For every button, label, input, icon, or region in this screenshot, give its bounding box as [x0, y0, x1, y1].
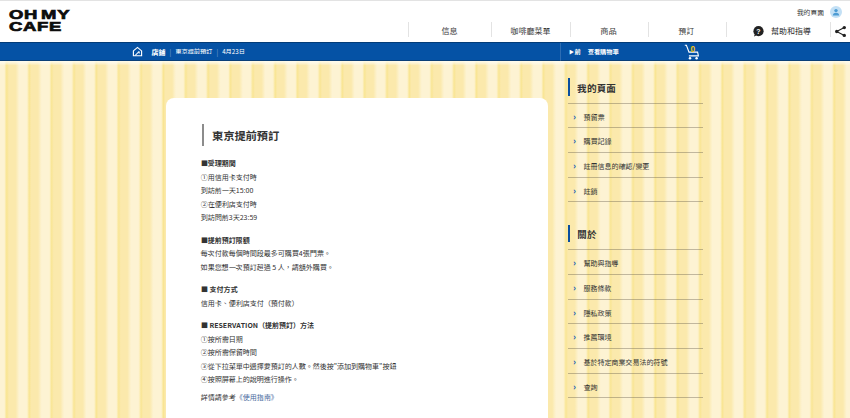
- svg-text:?: ?: [756, 28, 760, 35]
